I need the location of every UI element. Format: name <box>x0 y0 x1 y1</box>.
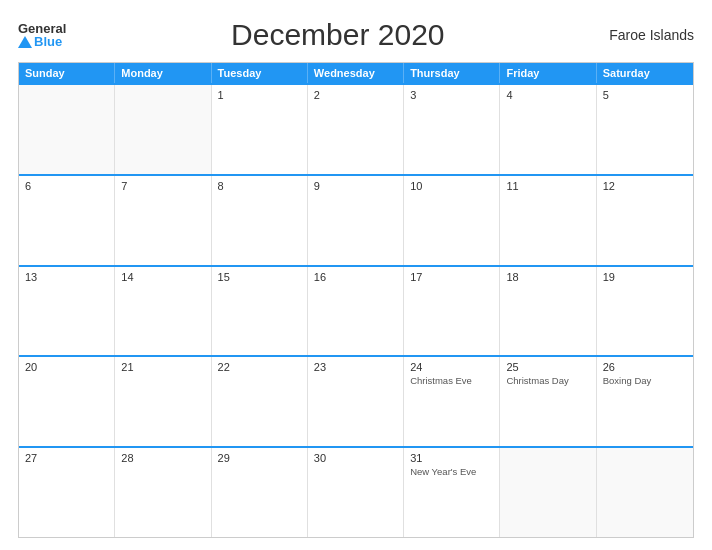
week-row-1: 12345 <box>19 83 693 174</box>
week-row-5: 2728293031New Year's Eve <box>19 446 693 537</box>
cal-cell: 11 <box>500 176 596 265</box>
cal-cell: 24Christmas Eve <box>404 357 500 446</box>
event-label: New Year's Eve <box>410 466 493 478</box>
day-number: 11 <box>506 180 589 192</box>
cal-cell <box>500 448 596 537</box>
cal-cell: 2 <box>308 85 404 174</box>
logo: General Blue <box>18 22 66 48</box>
day-number: 1 <box>218 89 301 101</box>
cal-cell: 16 <box>308 267 404 356</box>
cal-cell: 25Christmas Day <box>500 357 596 446</box>
cal-cell: 14 <box>115 267 211 356</box>
day-number: 29 <box>218 452 301 464</box>
cal-cell: 5 <box>597 85 693 174</box>
cal-cell: 10 <box>404 176 500 265</box>
day-header-friday: Friday <box>500 63 596 83</box>
day-number: 20 <box>25 361 108 373</box>
cal-cell: 4 <box>500 85 596 174</box>
day-number: 19 <box>603 271 687 283</box>
day-number: 26 <box>603 361 687 373</box>
week-row-3: 13141516171819 <box>19 265 693 356</box>
day-number: 23 <box>314 361 397 373</box>
calendar-grid: SundayMondayTuesdayWednesdayThursdayFrid… <box>18 62 694 538</box>
cal-cell: 13 <box>19 267 115 356</box>
cal-cell: 19 <box>597 267 693 356</box>
day-header-monday: Monday <box>115 63 211 83</box>
cal-cell <box>19 85 115 174</box>
event-label: Christmas Eve <box>410 375 493 387</box>
day-number: 21 <box>121 361 204 373</box>
day-number: 8 <box>218 180 301 192</box>
day-number: 22 <box>218 361 301 373</box>
day-number: 24 <box>410 361 493 373</box>
day-number: 12 <box>603 180 687 192</box>
cal-cell: 6 <box>19 176 115 265</box>
day-number: 30 <box>314 452 397 464</box>
cal-cell: 26Boxing Day <box>597 357 693 446</box>
day-number: 9 <box>314 180 397 192</box>
cal-cell: 30 <box>308 448 404 537</box>
cal-cell: 29 <box>212 448 308 537</box>
cal-cell: 9 <box>308 176 404 265</box>
cal-cell: 23 <box>308 357 404 446</box>
week-row-4: 2021222324Christmas Eve25Christmas Day26… <box>19 355 693 446</box>
day-number: 14 <box>121 271 204 283</box>
week-row-2: 6789101112 <box>19 174 693 265</box>
day-header-sunday: Sunday <box>19 63 115 83</box>
day-number: 31 <box>410 452 493 464</box>
calendar-body: 123456789101112131415161718192021222324C… <box>19 83 693 537</box>
day-number: 28 <box>121 452 204 464</box>
day-number: 3 <box>410 89 493 101</box>
cal-cell: 17 <box>404 267 500 356</box>
calendar-page: General Blue December 2020 Faroe Islands… <box>0 0 712 550</box>
cal-cell: 27 <box>19 448 115 537</box>
cal-cell <box>115 85 211 174</box>
cal-cell: 18 <box>500 267 596 356</box>
day-header-thursday: Thursday <box>404 63 500 83</box>
day-header-tuesday: Tuesday <box>212 63 308 83</box>
day-number: 10 <box>410 180 493 192</box>
logo-blue-text: Blue <box>18 35 66 48</box>
cal-cell: 15 <box>212 267 308 356</box>
day-number: 17 <box>410 271 493 283</box>
cal-cell: 7 <box>115 176 211 265</box>
region-label: Faroe Islands <box>609 27 694 43</box>
day-number: 6 <box>25 180 108 192</box>
day-header-saturday: Saturday <box>597 63 693 83</box>
day-number: 16 <box>314 271 397 283</box>
day-number: 7 <box>121 180 204 192</box>
calendar-title: December 2020 <box>231 18 444 52</box>
day-number: 25 <box>506 361 589 373</box>
cal-cell: 8 <box>212 176 308 265</box>
logo-triangle-icon <box>18 36 32 48</box>
day-number: 2 <box>314 89 397 101</box>
day-number: 27 <box>25 452 108 464</box>
cal-cell: 22 <box>212 357 308 446</box>
cal-cell: 1 <box>212 85 308 174</box>
header: General Blue December 2020 Faroe Islands <box>18 18 694 52</box>
day-number: 13 <box>25 271 108 283</box>
cal-cell: 3 <box>404 85 500 174</box>
cal-cell <box>597 448 693 537</box>
event-label: Christmas Day <box>506 375 589 387</box>
cal-cell: 21 <box>115 357 211 446</box>
cal-cell: 12 <box>597 176 693 265</box>
day-number: 5 <box>603 89 687 101</box>
day-header-wednesday: Wednesday <box>308 63 404 83</box>
cal-cell: 20 <box>19 357 115 446</box>
cal-cell: 28 <box>115 448 211 537</box>
cal-cell: 31New Year's Eve <box>404 448 500 537</box>
day-number: 15 <box>218 271 301 283</box>
day-number: 4 <box>506 89 589 101</box>
event-label: Boxing Day <box>603 375 687 387</box>
calendar-header-row: SundayMondayTuesdayWednesdayThursdayFrid… <box>19 63 693 83</box>
day-number: 18 <box>506 271 589 283</box>
